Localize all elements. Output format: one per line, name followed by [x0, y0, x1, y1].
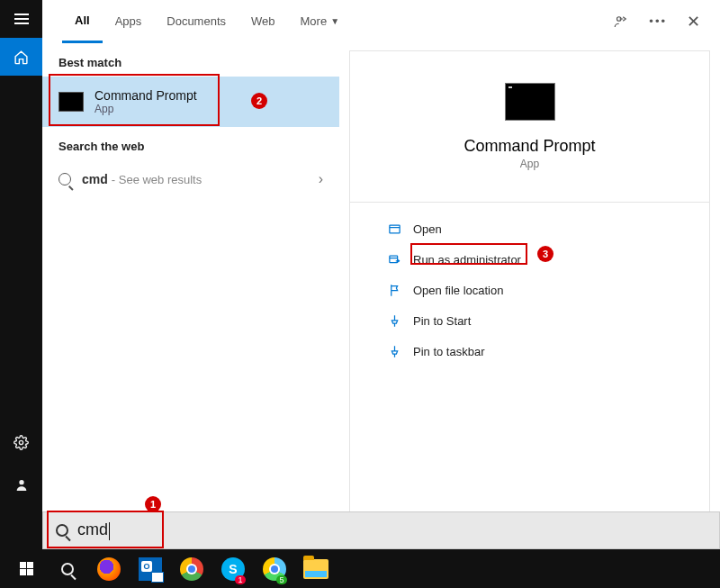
pin-start-icon	[386, 312, 402, 329]
taskbar-outlook[interactable]: O	[130, 549, 171, 588]
search-icon	[56, 524, 68, 537]
search-filter-tabs: All Apps Documents Web More▼ ••• ✕	[42, 0, 720, 43]
tab-web[interactable]: Web	[238, 0, 288, 43]
detail-actions: Open Run as administrator 3 Open file lo…	[350, 203, 709, 377]
annotation-badge-1: 1	[145, 496, 161, 512]
home-icon	[14, 50, 29, 65]
taskbar-skype[interactable]: S1	[212, 549, 254, 588]
command-prompt-icon	[58, 92, 84, 112]
action-pin-start[interactable]: Pin to Start	[386, 307, 691, 334]
web-result-query: cmd	[82, 172, 108, 186]
svg-rect-4	[389, 256, 397, 263]
command-prompt-icon-large	[505, 83, 555, 121]
tab-more[interactable]: More▼	[288, 0, 353, 43]
tab-apps[interactable]: Apps	[103, 0, 155, 43]
feedback-icon[interactable]	[613, 14, 629, 30]
detail-title: Command Prompt	[464, 137, 595, 156]
svg-point-0	[19, 440, 22, 444]
start-rail	[0, 0, 42, 549]
taskbar-search-button[interactable]	[47, 549, 88, 588]
taskbar: O S1 5	[0, 549, 720, 588]
web-result-suffix: - See web results	[112, 173, 202, 186]
windows-logo-icon	[20, 562, 33, 575]
open-location-icon	[386, 282, 402, 298]
detail-pane: Command Prompt App Open Run as administr…	[349, 50, 710, 512]
svg-point-1	[19, 480, 23, 484]
results-pane: Best match Command Prompt App 2 Search t…	[42, 43, 339, 512]
search-input[interactable]: cmd	[77, 520, 302, 539]
svg-rect-3	[389, 225, 399, 233]
action-pin-taskbar[interactable]: Pin to taskbar	[386, 338, 691, 365]
chevron-right-icon: ›	[319, 171, 323, 187]
annotation-badge-3: 3	[537, 246, 554, 262]
gear-icon	[14, 435, 29, 450]
run-admin-icon	[386, 251, 402, 267]
hamburger-icon	[14, 14, 29, 24]
more-options-icon[interactable]: •••	[649, 14, 667, 28]
search-web-label: Search the web	[42, 127, 339, 160]
annotation-badge-2: 2	[251, 93, 267, 109]
search-icon	[58, 173, 71, 185]
taskbar-chrome[interactable]	[171, 549, 212, 588]
action-open[interactable]: Open	[386, 215, 691, 242]
caret-down-icon: ▼	[330, 16, 339, 26]
web-result-row[interactable]: cmd - See web results ›	[42, 160, 339, 198]
close-button[interactable]: ✕	[687, 12, 700, 32]
detail-header: Command Prompt App	[350, 51, 709, 203]
best-match-result[interactable]: Command Prompt App 2	[42, 77, 339, 127]
firefox-icon	[97, 557, 121, 581]
detail-subtitle: App	[520, 158, 539, 170]
chrome-icon	[180, 557, 203, 581]
taskbar-firefox[interactable]	[88, 549, 130, 588]
folder-icon	[303, 559, 328, 579]
taskbar-file-explorer[interactable]	[295, 549, 337, 588]
rail-person-button[interactable]	[0, 466, 42, 504]
best-match-label: Best match	[42, 43, 339, 77]
pin-taskbar-icon	[386, 343, 402, 359]
tab-all[interactable]: All	[62, 0, 103, 43]
rail-settings-button[interactable]	[0, 423, 42, 461]
outlook-icon: O	[139, 557, 162, 581]
tab-documents[interactable]: Documents	[154, 0, 238, 43]
notification-badge: 5	[276, 575, 286, 584]
taskbar-chromium[interactable]: 5	[254, 549, 295, 588]
person-icon	[14, 478, 29, 493]
best-match-title: Command Prompt	[94, 88, 197, 103]
search-bar[interactable]: cmd 1	[42, 511, 720, 549]
action-open-location[interactable]: Open file location	[386, 276, 691, 303]
open-icon	[386, 221, 402, 237]
action-run-admin[interactable]: Run as administrator 3	[386, 246, 691, 273]
search-icon	[61, 563, 74, 575]
best-match-subtitle: App	[94, 103, 197, 115]
rail-home-button[interactable]	[0, 38, 42, 76]
notification-badge: 1	[235, 575, 245, 584]
rail-menu-button[interactable]	[0, 0, 42, 38]
start-button[interactable]	[5, 549, 47, 588]
